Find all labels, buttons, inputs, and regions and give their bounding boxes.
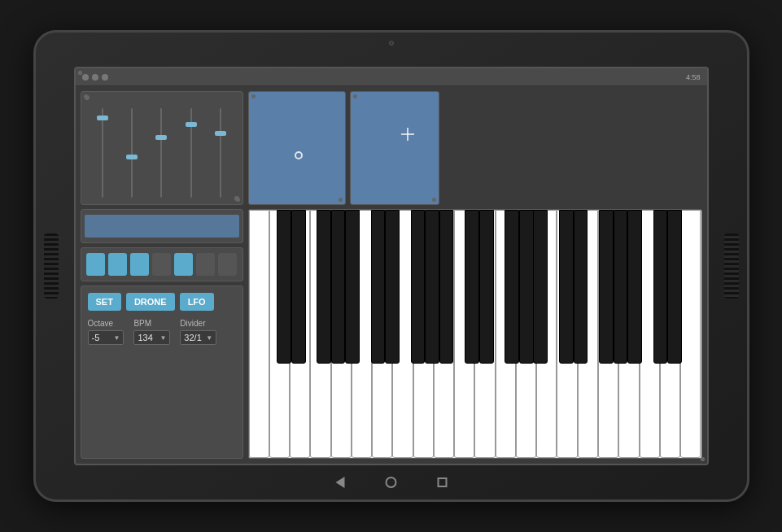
white-key-1[interactable] xyxy=(249,210,269,458)
controls-section: SET DRONE LFO Octave -5 ▼ xyxy=(81,286,243,459)
keyboard-section xyxy=(248,209,702,459)
xy-pads-row xyxy=(248,91,702,205)
black-key-7[interactable] xyxy=(385,210,400,364)
pad-btn-1[interactable] xyxy=(86,253,105,276)
app-content: SET DRONE LFO Octave -5 ▼ xyxy=(76,86,707,464)
slider-1[interactable] xyxy=(98,108,107,198)
black-key-13[interactable] xyxy=(505,210,519,364)
xy-pad-2[interactable] xyxy=(350,91,439,205)
black-key-15[interactable] xyxy=(533,210,548,364)
black-key-5[interactable] xyxy=(345,210,360,364)
black-key-1[interactable] xyxy=(277,210,291,364)
pads-section xyxy=(81,247,243,281)
pad-btn-7[interactable] xyxy=(218,253,237,276)
slider-2[interactable] xyxy=(128,108,136,198)
xy1-corner-br xyxy=(339,198,343,202)
bottom-nav xyxy=(335,477,447,488)
divider-group: Divider 32/1 ▼ xyxy=(180,319,216,345)
black-key-11[interactable] xyxy=(465,210,479,364)
pad-btn-5[interactable] xyxy=(174,253,193,276)
octave-select[interactable]: -5 ▼ xyxy=(88,330,125,345)
camera-dot xyxy=(389,41,394,46)
black-key-21[interactable] xyxy=(653,210,668,364)
piano-keyboard xyxy=(249,210,701,458)
black-key-4[interactable] xyxy=(331,210,346,364)
back-button[interactable] xyxy=(335,477,344,488)
xy1-corner-tl xyxy=(251,94,256,98)
chrome-dot-3 xyxy=(102,74,108,81)
black-key-12[interactable] xyxy=(479,210,494,364)
status-signal: 4:58 xyxy=(686,73,701,81)
screen-chrome-bar: 4:58 xyxy=(76,68,707,86)
tablet-screen: 4:58 xyxy=(74,67,709,465)
slider-5-thumb[interactable] xyxy=(215,131,226,136)
octave-arrow-icon: ▼ xyxy=(114,334,120,342)
black-key-10[interactable] xyxy=(439,210,454,364)
params-row: Octave -5 ▼ BPM 134 ▼ xyxy=(88,319,236,345)
display-bar xyxy=(85,215,239,238)
lfo-button[interactable]: LFO xyxy=(180,293,214,311)
tablet-shell: 4:58 xyxy=(33,30,749,502)
slider-2-track xyxy=(131,108,133,198)
chrome-dot-1 xyxy=(82,74,89,81)
ctrl-corner-tl xyxy=(78,71,82,75)
black-key-8[interactable] xyxy=(411,210,426,364)
pad-btn-6[interactable] xyxy=(196,253,215,276)
slider-3-thumb[interactable] xyxy=(155,135,167,140)
slider-3[interactable] xyxy=(157,108,165,198)
right-section xyxy=(248,91,702,459)
xy-pad-2-crosshair xyxy=(401,128,414,141)
black-key-16[interactable] xyxy=(559,210,574,364)
black-key-17[interactable] xyxy=(574,210,588,364)
slider-5-track xyxy=(220,108,221,198)
drone-button[interactable]: DRONE xyxy=(126,293,175,311)
black-key-6[interactable] xyxy=(371,210,386,364)
divider-arrow-icon: ▼ xyxy=(206,334,212,342)
black-key-22[interactable] xyxy=(667,210,682,364)
bpm-arrow-icon: ▼ xyxy=(159,334,166,342)
display-section xyxy=(81,209,243,243)
bpm-value: 134 xyxy=(138,333,158,342)
sliders-section xyxy=(81,91,243,205)
divider-label: Divider xyxy=(180,319,205,328)
black-key-14[interactable] xyxy=(519,210,534,364)
left-panel: SET DRONE LFO Octave -5 ▼ xyxy=(81,91,243,459)
black-key-19[interactable] xyxy=(614,210,628,364)
set-button[interactable]: SET xyxy=(88,293,121,311)
black-key-20[interactable] xyxy=(627,210,642,364)
black-key-3[interactable] xyxy=(317,210,331,364)
control-buttons-row: SET DRONE LFO xyxy=(88,293,236,311)
corner-indicator-br xyxy=(236,198,240,202)
bpm-group: BPM 134 ▼ xyxy=(133,319,170,345)
pad-btn-3[interactable] xyxy=(130,253,149,276)
black-keys-overlay xyxy=(249,210,701,364)
black-key-9[interactable] xyxy=(425,210,439,364)
black-key-2[interactable] xyxy=(291,210,306,364)
chrome-dot-2 xyxy=(92,74,98,81)
bpm-label: BPM xyxy=(133,319,151,328)
black-key-18[interactable] xyxy=(599,210,614,364)
white-key-22[interactable] xyxy=(680,210,701,458)
slider-4-thumb[interactable] xyxy=(186,122,197,127)
xy2-corner-tl xyxy=(353,94,357,98)
slider-2-thumb[interactable] xyxy=(126,155,138,159)
slider-3-track xyxy=(160,108,162,198)
pad-btn-2[interactable] xyxy=(108,253,127,276)
octave-label: Octave xyxy=(88,319,114,328)
home-button[interactable] xyxy=(385,477,396,488)
slider-5[interactable] xyxy=(216,108,225,198)
slider-1-track xyxy=(102,108,103,198)
bpm-select[interactable]: 134 ▼ xyxy=(133,330,170,345)
divider-select[interactable]: 32/1 ▼ xyxy=(180,330,216,345)
octave-group: Octave -5 ▼ xyxy=(88,319,125,345)
divider-value: 32/1 xyxy=(184,333,204,342)
recents-button[interactable] xyxy=(437,477,447,487)
octave-value: -5 xyxy=(92,333,112,342)
xy2-corner-br xyxy=(432,198,436,202)
pad-btn-4[interactable] xyxy=(152,253,171,276)
slider-1-thumb[interactable] xyxy=(97,116,108,120)
slider-4[interactable] xyxy=(187,108,195,198)
corner-indicator-tl xyxy=(84,94,88,98)
xy-pad-1-cursor xyxy=(295,151,303,159)
xy-pad-1[interactable] xyxy=(248,91,346,205)
